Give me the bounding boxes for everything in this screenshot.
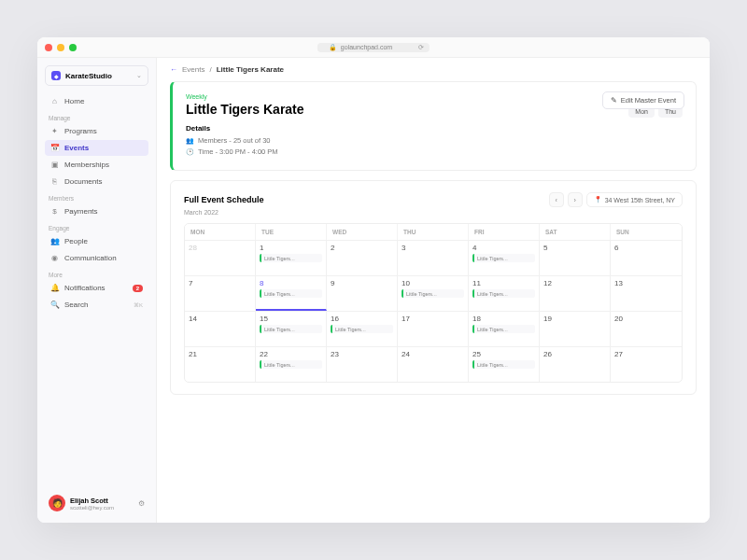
weekday-header: SUN (611, 224, 682, 240)
chevron-down-icon: ⌄ (136, 72, 142, 79)
event-frequency: Weekly (186, 93, 591, 100)
id-icon: ▣ (50, 161, 59, 169)
day-number: 16 (331, 315, 393, 323)
day-number: 4 (472, 244, 535, 252)
sidebar-item-memberships[interactable]: ▣Memberships (45, 157, 148, 173)
sidebar-item-payments[interactable]: $Payments (45, 203, 148, 219)
calendar-cell[interactable]: 5 (540, 240, 611, 275)
app-window: 🔒 golaunchpad.com ⟳ ◆ KarateStudio ⌄ ⌂Ho… (37, 37, 710, 523)
notification-badge: 2 (133, 285, 143, 292)
schedule-card: Full Event Schedule ‹ › 📍34 West 15th St… (170, 180, 697, 395)
day-number: 15 (260, 315, 322, 323)
weekday-header: TUE (256, 224, 327, 240)
calendar-cell[interactable]: 7 (185, 275, 256, 311)
refresh-icon[interactable]: ⟳ (418, 44, 424, 51)
calendar-cell[interactable]: 11Little Tigers... (469, 275, 540, 311)
sidebar-item-events[interactable]: 📅Events (45, 140, 148, 156)
calendar-cell[interactable]: 9 (327, 275, 398, 311)
payments-icon: $ (50, 207, 59, 216)
calendar-event[interactable]: Little Tigers... (260, 289, 322, 298)
section-manage: Manage (49, 115, 148, 121)
calendar-cell[interactable]: 13 (611, 275, 682, 311)
user-email: scotteli@hey.com (70, 505, 134, 511)
calendar: MONTUEWEDTHUFRISATSUN 281Little Tigers..… (184, 223, 683, 383)
sidebar-item-documents[interactable]: ⎘Documents (45, 174, 148, 189)
calendar-event[interactable]: Little Tigers... (260, 360, 322, 369)
calendar-event[interactable]: Little Tigers... (260, 254, 322, 262)
calendar-cell[interactable]: 14 (185, 311, 256, 346)
weekday-header: SAT (540, 224, 611, 240)
calendar-cell[interactable]: 24 (398, 346, 469, 382)
members-detail: 👥Members - 25 out of 30 (186, 136, 591, 145)
day-number: 14 (189, 315, 251, 323)
calendar-event[interactable]: Little Tigers... (260, 325, 322, 333)
back-icon[interactable]: ← (170, 65, 177, 74)
day-number: 3 (402, 244, 464, 252)
sidebar-item-search[interactable]: 🔍Search⌘K (45, 297, 148, 313)
calendar-cell[interactable]: 12 (540, 275, 611, 311)
day-number: 13 (614, 279, 678, 287)
calendar-event[interactable]: Little Tigers... (472, 360, 535, 369)
calendar-event[interactable]: Little Tigers... (402, 289, 464, 298)
close-icon[interactable] (45, 44, 52, 51)
maximize-icon[interactable] (69, 44, 77, 51)
calendar-cell[interactable]: 27 (611, 346, 682, 382)
day-number: 10 (402, 279, 464, 287)
gear-icon[interactable]: ⚙ (138, 499, 145, 508)
minimize-icon[interactable] (57, 44, 64, 51)
calendar-cell[interactable]: 22Little Tigers... (256, 346, 327, 382)
calendar-cell[interactable]: 3 (398, 240, 469, 275)
sidebar-item-notifications[interactable]: 🔔Notifications2 (45, 280, 148, 296)
calendar-cell[interactable]: 1Little Tigers... (256, 240, 327, 275)
calendar-cell[interactable]: 6 (611, 240, 682, 275)
main-content: ← Events / Little Tigers Karate Weekly L… (157, 58, 710, 523)
sidebar-item-people[interactable]: 👥People (45, 233, 148, 249)
sidebar-item-home[interactable]: ⌂Home (45, 93, 148, 109)
next-month-button[interactable]: › (568, 192, 583, 207)
user-menu[interactable]: 🧑 Elijah Scott scotteli@hey.com ⚙ (45, 491, 148, 515)
pencil-icon: ✎ (611, 96, 617, 105)
calendar-cell[interactable]: 15Little Tigers... (256, 311, 327, 346)
sidebar-item-communication[interactable]: ◉Communication (45, 250, 148, 266)
calendar-cell[interactable]: 26 (540, 346, 611, 382)
calendar-cell[interactable]: 17 (398, 311, 469, 346)
calendar-cell[interactable]: 21 (185, 346, 256, 382)
bell-icon: 🔔 (50, 284, 59, 292)
details-heading: Details (186, 124, 591, 133)
day-number: 26 (543, 350, 606, 358)
day-number: 12 (543, 279, 606, 287)
weekday-header: FRI (469, 224, 540, 240)
workspace-switcher[interactable]: ◆ KarateStudio ⌄ (45, 65, 148, 86)
calendar-cell[interactable]: 28 (185, 240, 256, 275)
calendar-cell[interactable]: 23 (327, 346, 398, 382)
calendar-cell[interactable]: 8Little Tigers... (256, 275, 327, 311)
time-detail: 🕒Time - 3:00 PM - 4:00 PM (186, 147, 591, 156)
edit-master-event-button[interactable]: ✎Edit Master Event (602, 91, 684, 109)
url-bar[interactable]: 🔒 golaunchpad.com ⟳ (317, 43, 430, 52)
breadcrumb-parent[interactable]: Events (182, 65, 204, 74)
calendar-cell[interactable]: 2 (327, 240, 398, 275)
calendar-cell[interactable]: 4Little Tigers... (469, 240, 540, 275)
prev-month-button[interactable]: ‹ (549, 192, 564, 207)
home-icon: ⌂ (50, 97, 59, 105)
pin-icon: 📍 (594, 196, 602, 203)
calendar-event[interactable]: Little Tigers... (472, 289, 535, 298)
calendar-event[interactable]: Little Tigers... (472, 254, 535, 262)
section-members: Members (49, 195, 148, 202)
megaphone-icon: ◉ (50, 254, 59, 262)
calendar-cell[interactable]: 19 (540, 311, 611, 346)
calendar-cell[interactable]: 18Little Tigers... (469, 311, 540, 346)
calendar-cell[interactable]: 25Little Tigers... (469, 346, 540, 382)
weekday-header: WED (327, 224, 398, 240)
calendar-cell[interactable]: 10Little Tigers... (398, 275, 469, 311)
calendar-event[interactable]: Little Tigers... (472, 325, 535, 333)
people-icon: 👥 (50, 237, 59, 245)
calendar-event[interactable]: Little Tigers... (331, 325, 393, 333)
calendar-cell[interactable]: 16Little Tigers... (327, 311, 398, 346)
weekday-header: THU (398, 224, 469, 240)
calendar-cell[interactable]: 20 (611, 311, 682, 346)
breadcrumb-current: Little Tigers Karate (217, 65, 284, 74)
brand-icon: ◆ (51, 71, 61, 80)
sidebar-item-programs[interactable]: ✦Programs (45, 123, 148, 139)
location-chip[interactable]: 📍34 West 15th Street, NY (586, 192, 683, 207)
